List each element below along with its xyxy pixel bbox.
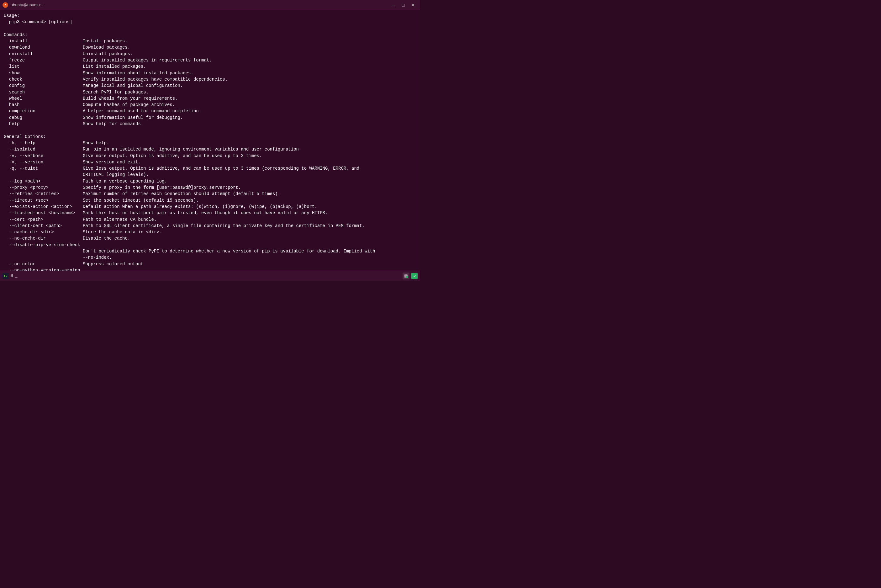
taskbar-left-icon[interactable] xyxy=(403,273,409,279)
title-bar-left: ● ubuntu@ubuntu: ~ xyxy=(3,2,45,8)
minimize-button[interactable]: ─ xyxy=(389,2,397,9)
maximize-button[interactable]: □ xyxy=(399,2,408,9)
bottom-right-area xyxy=(403,273,418,279)
bottom-bar: $ _ xyxy=(0,271,420,280)
cursor-indicator: _ xyxy=(15,273,18,278)
terminal-window: ● ubuntu@ubuntu: ~ ─ □ ✕ Usage: pip3 <co… xyxy=(0,0,420,280)
terminal-output-area[interactable]: Usage: pip3 <command> [options] Commands… xyxy=(0,10,420,271)
svg-rect-5 xyxy=(406,276,408,278)
svg-rect-3 xyxy=(406,274,408,276)
terminal-output: Usage: pip3 <command> [options] Commands… xyxy=(4,12,417,271)
prompt-symbol: $ xyxy=(10,273,13,278)
title-bar: ● ubuntu@ubuntu: ~ ─ □ ✕ xyxy=(0,0,420,10)
green-status-icon[interactable] xyxy=(411,273,418,279)
ubuntu-logo-icon: ● xyxy=(3,2,8,8)
bottom-left-area: $ _ xyxy=(3,273,18,279)
svg-rect-2 xyxy=(404,274,406,276)
close-button[interactable]: ✕ xyxy=(409,2,418,9)
window-controls: ─ □ ✕ xyxy=(389,2,418,9)
svg-rect-4 xyxy=(404,276,406,278)
window-title: ubuntu@ubuntu: ~ xyxy=(10,3,45,7)
terminal-small-icon xyxy=(3,273,9,279)
